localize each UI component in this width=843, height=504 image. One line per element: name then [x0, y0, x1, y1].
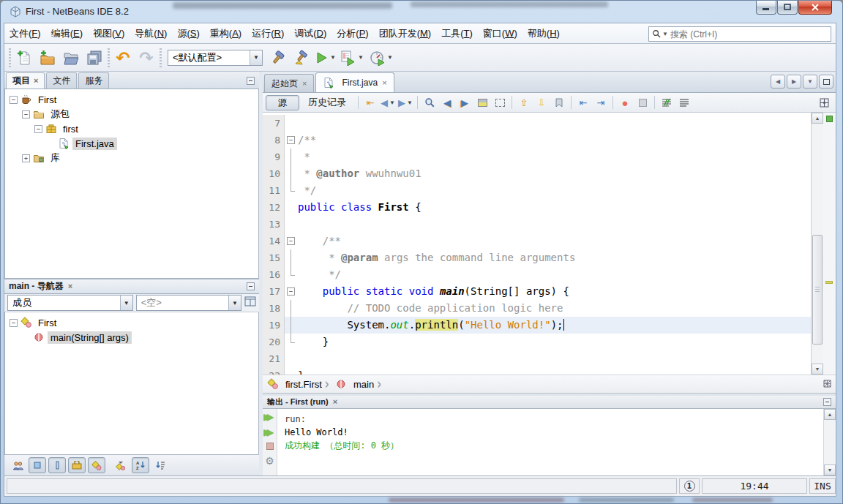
- breadcrumb-item[interactable]: first.First: [267, 378, 322, 390]
- history-view-button[interactable]: 历史记录: [299, 96, 355, 109]
- code-line-19[interactable]: 19 System.out.println("Hello World!");: [263, 317, 811, 334]
- next-bookmark-button[interactable]: ⇩: [533, 94, 550, 110]
- code-line-18[interactable]: 18 // TODO code application logic here: [263, 300, 811, 317]
- menu-team[interactable]: 团队开发(M): [374, 27, 437, 40]
- secondary-filter-combobox[interactable]: <空> ▼: [136, 295, 241, 311]
- code-line-10[interactable]: 10 * @author wwuhnwu01: [263, 165, 811, 182]
- output-titlebar[interactable]: 输出 - First (run) ×: [263, 396, 836, 409]
- menu-tools[interactable]: 工具(T): [436, 27, 478, 40]
- shift-right-button[interactable]: ⇥: [592, 94, 610, 110]
- error-stripe[interactable]: [823, 113, 836, 375]
- code-line-21[interactable]: 21: [263, 350, 811, 367]
- tree-item[interactable]: main(String[] args): [10, 330, 258, 345]
- breadcrumb-chevron-icon[interactable]: ›: [377, 375, 381, 393]
- menu-file[interactable]: 文件(F): [4, 27, 46, 40]
- menu-refactor[interactable]: 重构(A): [205, 27, 247, 40]
- projects-minimize-icon[interactable]: [247, 77, 255, 85]
- debug-project-button[interactable]: ▼: [338, 47, 366, 69]
- ant-settings-button[interactable]: ⚙: [265, 455, 274, 467]
- debug-dropdown-icon[interactable]: ▼: [358, 54, 364, 61]
- save-all-button[interactable]: [83, 47, 105, 69]
- member-filter-dropdown-icon[interactable]: ▼: [120, 296, 132, 310]
- search-scope-arrow-icon[interactable]: ▼: [662, 31, 668, 37]
- show-non-public-members-button[interactable]: [88, 457, 105, 473]
- show-static-members-button[interactable]: [68, 457, 86, 473]
- secondary-filter-dropdown-icon[interactable]: ▼: [228, 296, 241, 310]
- tab-close-icon[interactable]: ×: [302, 80, 307, 88]
- tab-services[interactable]: 服务: [78, 72, 109, 89]
- titlebar[interactable]: First - NetBeans IDE 8.2: [1, 1, 842, 23]
- open-in-window-button[interactable]: [244, 296, 256, 309]
- menu-navigate[interactable]: 导航(N): [130, 27, 172, 40]
- code-line-13[interactable]: 13: [263, 216, 811, 233]
- fold-collapse-icon[interactable]: −: [287, 287, 295, 296]
- rectangular-selection-button[interactable]: [491, 94, 509, 110]
- code-line-8[interactable]: 8−/**: [263, 132, 811, 148]
- find-next-button[interactable]: ▶: [456, 94, 473, 110]
- tab-files[interactable]: 文件: [46, 72, 77, 89]
- tree-item[interactable]: −first: [10, 121, 258, 136]
- toggle-bookmark-button[interactable]: [550, 94, 568, 110]
- split-document-button[interactable]: [815, 94, 833, 110]
- menu-window[interactable]: 窗口(W): [478, 27, 522, 40]
- editor-tab-start-page[interactable]: 起始页×: [264, 74, 314, 92]
- navigator-titlebar[interactable]: main - 导航器 ×: [4, 279, 259, 294]
- minimize-button[interactable]: [756, 1, 776, 15]
- breadcrumb-chevron-icon[interactable]: ›: [325, 375, 329, 393]
- output-text[interactable]: run:Hello World!成功构建 （总时间: 0 秒）: [285, 413, 821, 452]
- navigate-back-button[interactable]: ◀▼: [379, 94, 397, 110]
- breadcrumb-corner-icon[interactable]: [823, 379, 831, 390]
- collapse-icon[interactable]: −: [10, 319, 18, 327]
- redo-button[interactable]: ↷: [135, 47, 157, 69]
- run-project-button[interactable]: ▼: [315, 47, 337, 69]
- find-previous-button[interactable]: ◀: [438, 94, 456, 110]
- code-line-14[interactable]: 14− /**: [263, 233, 811, 249]
- shift-left-button[interactable]: ⇤: [574, 94, 592, 110]
- menu-edit[interactable]: 编辑(E): [46, 27, 88, 40]
- filter-scope-button[interactable]: [112, 457, 130, 473]
- config-dropdown-icon[interactable]: ▼: [250, 50, 262, 65]
- rerun-with-args-button[interactable]: ▶▶: [264, 427, 276, 437]
- code-line-12[interactable]: 12public class First {: [263, 199, 811, 216]
- editor-tab-first-java[interactable]: First.java×: [315, 72, 394, 92]
- output-scroll-up-icon[interactable]: ▲: [824, 409, 836, 420]
- code-line-20[interactable]: 20 }: [263, 334, 811, 350]
- code-line-7[interactable]: 7: [263, 115, 811, 132]
- scroll-up-icon[interactable]: ▲: [812, 113, 823, 124]
- find-selection-button[interactable]: [421, 94, 438, 110]
- collapse-icon[interactable]: −: [10, 96, 18, 104]
- stop-macro-button[interactable]: [634, 94, 651, 110]
- code-line-15[interactable]: 15 * @param args the command line argume…: [263, 249, 811, 266]
- breadcrumb-item[interactable]: main: [335, 378, 374, 390]
- comment-button[interactable]: [658, 94, 675, 110]
- search-input[interactable]: [670, 29, 828, 40]
- show-inherited-members-button[interactable]: [9, 457, 26, 473]
- last-edit-position-button[interactable]: ⇤: [361, 94, 379, 110]
- sort-by-source-button[interactable]: [151, 457, 169, 473]
- scrollbar-thumb[interactable]: [812, 235, 823, 345]
- show-constructors-button[interactable]: [48, 457, 66, 473]
- occurrence-mark[interactable]: [825, 281, 833, 284]
- new-project-button[interactable]: [37, 47, 59, 69]
- undo-button[interactable]: ↶: [112, 47, 134, 69]
- code-line-17[interactable]: 17− public static void main(String[] arg…: [263, 283, 811, 300]
- output-scroll-down-icon[interactable]: ▼: [824, 464, 836, 475]
- close-button[interactable]: [798, 1, 832, 15]
- scroll-tabs-left-icon[interactable]: ◀: [771, 75, 785, 89]
- new-file-button[interactable]: [13, 47, 35, 69]
- collapse-icon[interactable]: −: [22, 110, 30, 119]
- tab-close-icon[interactable]: ×: [382, 79, 386, 87]
- search-box[interactable]: ▼: [648, 26, 831, 42]
- fold-collapse-icon[interactable]: −: [287, 237, 295, 245]
- tab-close-icon[interactable]: ×: [34, 77, 38, 85]
- scroll-down-icon[interactable]: ▼: [812, 364, 823, 375]
- source-view-button[interactable]: 源: [266, 95, 299, 110]
- expand-icon[interactable]: +: [22, 154, 30, 162]
- profile-dropdown-icon[interactable]: ▼: [387, 54, 393, 61]
- menu-profile[interactable]: 分析(P): [331, 27, 373, 40]
- menu-source[interactable]: 源(S): [172, 27, 204, 40]
- open-project-button[interactable]: [60, 47, 82, 69]
- menu-view[interactable]: 视图(V): [88, 27, 130, 40]
- output-close-icon[interactable]: ×: [333, 398, 337, 406]
- run-dropdown-icon[interactable]: ▼: [330, 54, 336, 61]
